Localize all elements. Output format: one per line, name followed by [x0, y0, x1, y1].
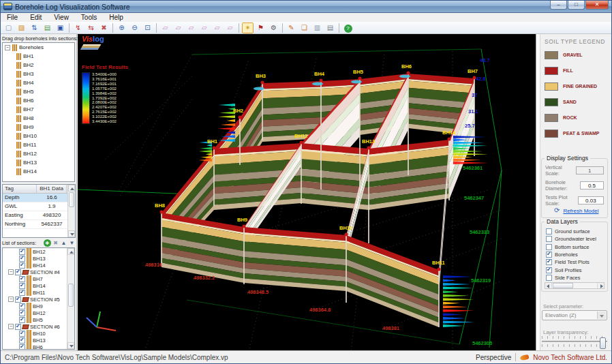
menu-help[interactable]: Help: [103, 14, 129, 21]
layer-checkbox[interactable]: [546, 236, 552, 242]
title-bar[interactable]: Borehole Log Visualization Software – □ …: [1, 1, 611, 13]
layer-checkbox[interactable]: [546, 252, 552, 258]
move-down-button[interactable]: ▼: [68, 239, 76, 247]
scroll-up-arrow[interactable]: [67, 248, 74, 255]
checkbox[interactable]: [19, 283, 25, 289]
view-cube-left-icon[interactable]: ▱: [185, 22, 197, 33]
refresh-model-link[interactable]: Refresh Model: [563, 208, 598, 214]
scroll-down-arrow[interactable]: [67, 342, 74, 349]
tree-item-bh7[interactable]: BH7: [3, 275, 74, 282]
table-row[interactable]: Depth16.6: [3, 194, 75, 202]
view-cube-top-icon[interactable]: ▱: [159, 22, 171, 33]
checkbox[interactable]: [15, 297, 21, 303]
column-header-data[interactable]: BH1 Data: [37, 185, 67, 193]
zoom-extents-icon[interactable]: ⊡: [142, 22, 153, 33]
tree-item-bh9[interactable]: BH9: [3, 303, 74, 309]
settings-gear-icon[interactable]: ⚙: [268, 22, 279, 33]
checkbox[interactable]: [19, 337, 25, 344]
tree-item-bh5[interactable]: BH5: [3, 316, 74, 323]
expander-icon[interactable]: [8, 269, 14, 275]
close-button[interactable]: ✕: [585, 1, 609, 10]
borehole-tool-icon[interactable]: ⇆: [85, 22, 97, 33]
expander-icon[interactable]: [8, 324, 14, 329]
layer-checkbox[interactable]: [546, 259, 552, 265]
save-icon[interactable]: ▣: [55, 22, 66, 33]
tree-item-bh11[interactable]: BH11: [3, 289, 74, 296]
view-cube-front-icon[interactable]: ▱: [211, 22, 223, 33]
column-header-tag[interactable]: Tag: [3, 185, 37, 193]
checkbox[interactable]: [19, 256, 25, 262]
delete-tool-icon[interactable]: ✖: [98, 22, 110, 33]
add-section-tool-icon[interactable]: ↯: [72, 22, 84, 33]
tree-item-bh6[interactable]: BH6: [3, 96, 74, 105]
table-vscrollbar[interactable]: [67, 185, 75, 237]
tree-item-bh12[interactable]: BH12: [3, 248, 74, 255]
tree-item-bh10[interactable]: BH10: [3, 330, 74, 337]
sections-tree[interactable]: BH12BH13BH14SECTION #4BH7BH14BH11SECTION…: [2, 247, 75, 350]
section-item-section-4[interactable]: SECTION #4: [3, 269, 74, 275]
sections-vscrollbar[interactable]: [67, 248, 74, 349]
style-brush-icon[interactable]: ✎: [286, 22, 297, 33]
menu-tools[interactable]: Tools: [75, 14, 103, 21]
hscroll-right-arrow[interactable]: [597, 283, 604, 288]
key-select-tool-icon[interactable]: ✶: [242, 22, 254, 33]
tree-item-bh3[interactable]: BH3: [3, 70, 74, 78]
tree-item-bh8[interactable]: BH8: [3, 114, 74, 123]
layer-checkbox[interactable]: [546, 228, 552, 234]
scroll-down-arrow[interactable]: [68, 230, 75, 237]
transparency-slider[interactable]: [542, 336, 607, 351]
checkbox[interactable]: [19, 317, 25, 323]
parameter-select[interactable]: Elevation (Z): [542, 310, 607, 320]
tree-item-bh13[interactable]: BH13: [3, 255, 74, 262]
tree-item-bh12[interactable]: BH12: [3, 309, 74, 316]
tree-item-bh6[interactable]: BH6: [3, 344, 74, 350]
maximize-button[interactable]: □: [568, 1, 585, 10]
checkbox[interactable]: [19, 262, 25, 269]
snapshot-icon[interactable]: ❏: [299, 22, 310, 33]
scroll-thumb[interactable]: [68, 284, 74, 307]
expander-icon[interactable]: [5, 45, 10, 50]
tree-item-bh14[interactable]: BH14: [3, 282, 74, 289]
table-row[interactable]: Northing5462337: [3, 220, 75, 229]
checkbox[interactable]: [19, 344, 25, 350]
tree-item-bh14[interactable]: BH14: [3, 167, 74, 176]
scroll-up-arrow[interactable]: [68, 185, 75, 192]
checkbox[interactable]: [19, 276, 25, 282]
add-section-button[interactable]: ✚: [44, 239, 51, 247]
layer-checkbox[interactable]: [546, 244, 552, 250]
layer-checkbox[interactable]: [546, 275, 552, 281]
boreholes-tree[interactable]: BoreholesBH1BH2BH3BH4BH5BH6BH7BH8BH9BH10…: [2, 42, 75, 182]
setting-input[interactable]: 0.5: [580, 181, 604, 189]
checkbox[interactable]: [19, 290, 25, 296]
panel-splitter[interactable]: [536, 34, 540, 350]
tree-item-bh1[interactable]: BH1: [3, 52, 74, 61]
pin-tool-icon[interactable]: ⚑: [255, 22, 266, 33]
menu-view[interactable]: View: [48, 14, 75, 21]
tree-item-bh5[interactable]: BH5: [3, 87, 74, 96]
zoom-in-icon[interactable]: ⊕: [116, 22, 127, 33]
table-row[interactable]: GWL1.9: [3, 202, 75, 211]
zoom-out-icon[interactable]: ⊖: [129, 22, 140, 33]
move-up-button[interactable]: ▲: [60, 239, 67, 247]
menu-edit[interactable]: Edit: [24, 14, 48, 21]
scroll-thumb[interactable]: [69, 192, 74, 207]
report-icon[interactable]: ▥: [311, 22, 323, 33]
export-icon[interactable]: ▤: [42, 22, 53, 33]
checkbox[interactable]: [15, 269, 21, 275]
tree-item-bh9[interactable]: BH9: [3, 123, 74, 132]
slider-thumb[interactable]: [600, 337, 606, 349]
view-cube-right-icon[interactable]: ▱: [198, 22, 210, 33]
viewport-3d[interactable]: 498316498332.2498348.5498364.84983815462…: [78, 34, 536, 350]
checkbox[interactable]: [19, 331, 25, 337]
new-file-icon[interactable]: ▢: [3, 22, 14, 33]
tree-item-bh12[interactable]: BH12: [3, 149, 74, 158]
borehole-data-table[interactable]: TagBH1 DataDepth16.6GWL1.9Easting498320N…: [2, 184, 76, 238]
view-cube-bottom-icon[interactable]: ▱: [172, 22, 184, 33]
tree-item-bh13[interactable]: BH13: [3, 337, 74, 344]
tree-item-bh10[interactable]: BH10: [3, 132, 74, 140]
checkbox[interactable]: [15, 324, 21, 330]
import-icon[interactable]: ⇅: [29, 22, 40, 33]
tree-item-bh2[interactable]: BH2: [3, 61, 74, 70]
checkbox[interactable]: [19, 303, 25, 309]
hscroll-thumb[interactable]: [553, 283, 573, 288]
